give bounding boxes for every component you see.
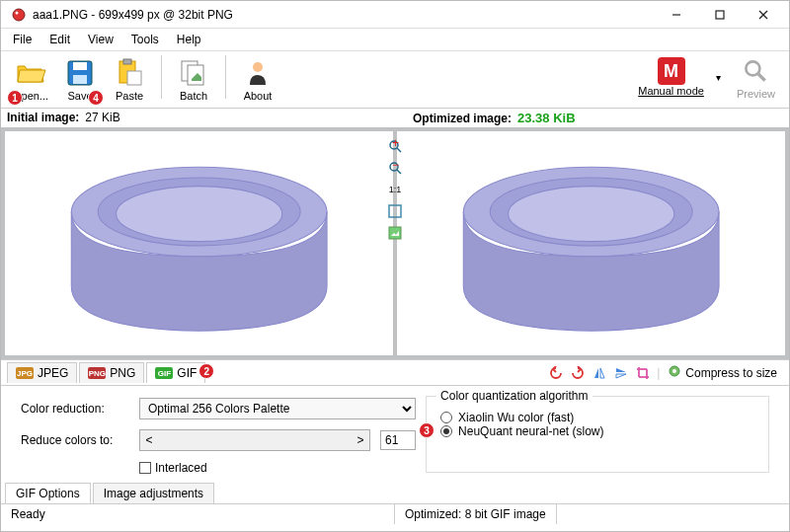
svg-line-16 [758,74,765,81]
radio-slow-label: NeuQuant neural-net (slow) [458,424,603,438]
svg-rect-8 [73,75,87,84]
maximize-button[interactable] [698,1,742,29]
manual-mode-label: Manual mode [638,85,704,97]
zoom-out-icon[interactable]: − [386,159,404,177]
tab-image-adjustments[interactable]: Image adjustments [93,483,214,503]
radio-xiaolin-wu[interactable]: Xiaolin Wu color (fast) [440,411,758,424]
reduce-colors-input[interactable] [380,430,416,450]
slider-left-arrow[interactable]: < [140,430,158,450]
compress-to-size-button[interactable]: Compress to size [662,362,783,383]
ring-shape-icon [407,137,775,350]
svg-rect-3 [716,11,724,19]
svg-point-36 [672,369,676,373]
manual-mode-button[interactable]: M Manual mode [632,55,710,99]
menu-tools[interactable]: Tools [123,31,167,48]
zoom-tools: + − 1:1 [386,137,404,242]
svg-text:−: − [392,161,399,172]
tab-jpeg-label: JPEG [38,366,68,380]
svg-rect-30 [389,227,401,239]
slider-right-arrow[interactable]: > [352,430,369,450]
magnifier-icon [742,57,769,88]
menu-view[interactable]: View [80,31,121,48]
batch-button[interactable]: Batch [172,55,215,104]
optimized-image-size: 23.38 KiB [517,111,576,125]
svg-point-22 [508,186,673,241]
paste-label: Paste [116,90,143,102]
status-optimized: Optimized: 8 bit GIF image [395,504,557,524]
thumbnail-icon[interactable] [386,224,404,242]
open-folder-icon [15,57,46,89]
bottom-tabs: GIF Options Image adjustments [1,483,789,503]
interlaced-checkbox[interactable]: Interlaced [139,461,416,475]
rotate-left-icon[interactable] [548,365,564,381]
svg-rect-10 [123,59,131,64]
tab-png-label: PNG [110,366,135,380]
quantization-group-title: Color quantization algorithm [436,389,592,403]
zoom-1to1-button[interactable]: 1:1 [386,181,404,198]
save-icon [64,57,96,89]
format-tabs-row: JPG JPEG PNG PNG GIF GIF 2 | Compress to… [1,359,789,386]
save-button[interactable]: Save 4 [58,55,102,104]
zoom-in-icon[interactable]: + [386,137,404,155]
image-info-row: Initial image: 27 KiB Optimized image: 2… [1,109,789,127]
rotate-right-icon[interactable] [570,365,586,381]
svg-point-19 [116,186,281,241]
preview-button[interactable]: Preview [731,55,781,102]
paste-button[interactable]: Paste [108,55,151,104]
tab-png[interactable]: PNG PNG [79,362,144,383]
reduce-colors-slider[interactable]: < > [139,429,370,451]
radio-on-icon [440,425,452,437]
radio-off-icon [440,412,452,423]
annotation-1: 1 [7,90,23,106]
quantization-group: Color quantization algorithm Xiaolin Wu … [426,396,769,473]
batch-label: Batch [180,90,207,102]
manual-mode-icon: M [658,57,685,85]
close-button[interactable] [742,1,785,29]
initial-image-size: 27 KiB [85,111,119,124]
svg-point-15 [747,61,760,75]
crop-icon[interactable] [635,365,651,381]
fit-window-icon[interactable] [386,202,404,220]
title-bar: aaa1.PNG - 699x499 px @ 32bit PNG [1,1,789,29]
gear-icon [668,364,681,381]
color-reduction-select[interactable]: Optimal 256 Colors Palette [139,398,416,419]
svg-point-0 [13,9,25,21]
gif-badge-icon: GIF [155,367,173,379]
flip-horizontal-icon[interactable] [592,365,607,381]
annotation-4: 4 [88,90,104,106]
manual-mode-dropdown[interactable]: ▾ [712,72,725,83]
status-ready: Ready [1,504,395,524]
window-controls [655,1,785,29]
svg-rect-11 [127,71,141,85]
batch-icon [178,57,209,89]
optimized-image-label: Optimized image: [413,112,512,125]
menu-bar: File Edit View Tools Help [1,29,789,51]
about-label: About [244,90,273,102]
menu-file[interactable]: File [5,31,40,48]
interlaced-label: Interlaced [155,461,207,475]
ring-shape-icon [15,137,383,350]
minimize-button[interactable] [655,1,698,29]
initial-image-pane[interactable] [5,131,393,355]
color-reduction-label: Color reduction: [21,402,129,416]
png-badge-icon: PNG [88,367,106,379]
tab-jpeg[interactable]: JPG JPEG [7,362,77,383]
checkbox-icon [139,462,151,474]
menu-help[interactable]: Help [169,31,209,48]
app-icon [11,7,27,23]
radio-neuquant[interactable]: 3 NeuQuant neural-net (slow) [440,424,758,438]
svg-text:+: + [392,139,399,150]
optimized-image-pane[interactable] [397,131,785,355]
status-bar: Ready Optimized: 8 bit GIF image [1,503,789,524]
annotation-2: 2 [198,363,214,379]
toolbar-separator [161,55,162,99]
flip-vertical-icon[interactable] [613,365,629,381]
about-icon [242,57,274,89]
main-toolbar: Open... 1 Save 4 Paste Batch About M Man… [1,51,789,109]
tab-gif[interactable]: GIF GIF 2 [146,362,205,383]
window-title: aaa1.PNG - 699x499 px @ 32bit PNG [33,8,655,22]
tab-gif-options[interactable]: GIF Options [5,483,91,503]
open-button[interactable]: Open... 1 [9,55,52,104]
menu-edit[interactable]: Edit [41,31,78,48]
about-button[interactable]: About [236,55,279,104]
